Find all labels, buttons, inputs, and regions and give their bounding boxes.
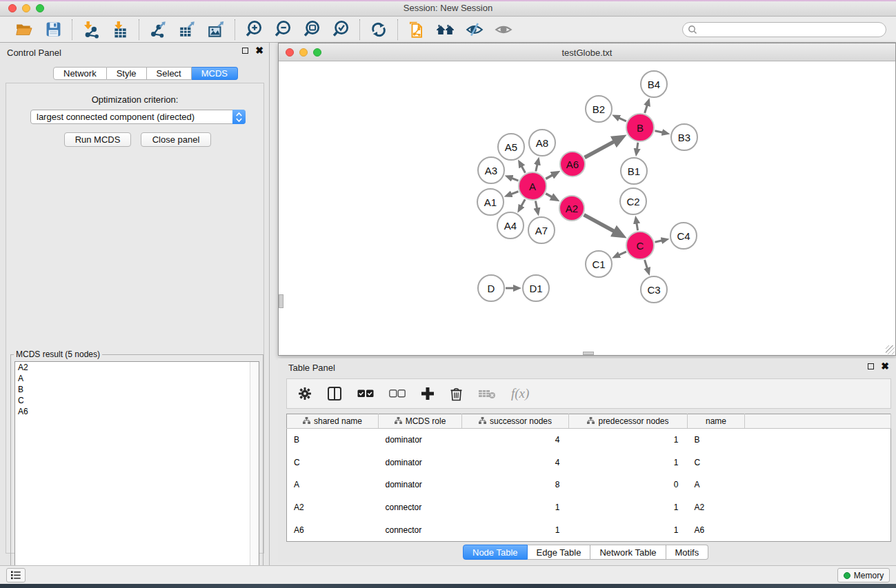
- show-hide-panels-icon[interactable]: [436, 20, 455, 39]
- show-all-eye-icon[interactable]: [494, 20, 513, 39]
- graph-node-B4[interactable]: B4: [640, 70, 668, 98]
- graph-node-C2[interactable]: C2: [619, 187, 647, 215]
- graph-node-A4[interactable]: A4: [497, 212, 524, 239]
- graph-node-C1[interactable]: C1: [585, 250, 613, 278]
- mcds-result-title: MCDS result (5 nodes): [14, 349, 102, 359]
- float-table-panel-icon[interactable]: [868, 363, 874, 369]
- column-header[interactable]: MCDS role: [379, 414, 462, 429]
- mcds-result-item[interactable]: C: [15, 395, 259, 406]
- graph-node-B3[interactable]: B3: [670, 123, 698, 151]
- zoom-in-icon[interactable]: [244, 20, 263, 39]
- hide-selected-eye-slash-icon[interactable]: [465, 20, 484, 39]
- table-cell: 1: [569, 519, 688, 542]
- mcds-result-group: MCDS result (5 nodes) A2ABCA6: [10, 354, 263, 588]
- refresh-icon[interactable]: [369, 20, 388, 39]
- import-network-icon[interactable]: [81, 20, 101, 39]
- task-history-button[interactable]: [6, 568, 26, 582]
- new-network-from-file-icon[interactable]: [407, 20, 426, 39]
- table-row[interactable]: Cdominator41C: [287, 451, 891, 474]
- save-session-icon[interactable]: [43, 20, 63, 39]
- app-titlebar: Session: New Session: [0, 0, 896, 17]
- control-panel-title: Control Panel: [7, 48, 61, 58]
- close-table-panel-icon[interactable]: ✖: [881, 363, 889, 369]
- desktop-background: [0, 584, 896, 588]
- tab-network-table[interactable]: Network Table: [590, 545, 666, 560]
- zoom-selected-icon[interactable]: [331, 20, 350, 39]
- function-builder-icon[interactable]: f(x): [511, 386, 529, 401]
- table-panel: Table Panel ✖ f(x) shared nameMCDS roles…: [278, 358, 896, 562]
- export-table-icon[interactable]: [177, 20, 197, 39]
- table-row[interactable]: A6connector11A6: [287, 519, 891, 542]
- graph-node-B1[interactable]: B1: [620, 157, 648, 185]
- network-canvas[interactable]: AA1A2A3A4A5A6A7A8BB1B2B3B4CC1C2C3C4DD1: [279, 61, 895, 355]
- graph-node-A6[interactable]: A6: [559, 151, 586, 177]
- export-image-icon[interactable]: [206, 20, 226, 39]
- tab-node-table[interactable]: Node Table: [463, 545, 528, 560]
- tab-mcds[interactable]: MCDS: [192, 67, 238, 80]
- float-panel-icon[interactable]: [242, 48, 248, 54]
- table-row[interactable]: Adominator80A: [287, 474, 891, 496]
- graph-node-A5[interactable]: A5: [497, 133, 525, 161]
- select-all-columns-icon[interactable]: [357, 389, 374, 398]
- graph-node-B[interactable]: B: [626, 113, 655, 142]
- zoom-fit-icon[interactable]: [302, 20, 321, 39]
- tab-select[interactable]: Select: [147, 67, 192, 80]
- delete-table-icon[interactable]: [478, 388, 496, 399]
- export-network-icon[interactable]: [148, 20, 168, 39]
- column-header[interactable]: name: [688, 414, 745, 429]
- graph-node-D[interactable]: D: [477, 274, 505, 302]
- run-mcds-button[interactable]: Run MCDS: [64, 132, 131, 147]
- table-cell: 1: [569, 429, 688, 452]
- unselect-all-columns-icon[interactable]: [389, 389, 406, 398]
- mcds-result-item[interactable]: A2: [15, 362, 259, 373]
- table-row[interactable]: Bdominator41B: [287, 429, 891, 452]
- close-panel-icon[interactable]: ✖: [255, 48, 263, 54]
- tab-network[interactable]: Network: [53, 67, 107, 80]
- criterion-dropdown-value: largest connected component (directed): [31, 112, 232, 122]
- graph-node-A3[interactable]: A3: [477, 156, 505, 184]
- memory-button[interactable]: Memory: [837, 568, 890, 582]
- mcds-result-item[interactable]: A6: [15, 406, 259, 417]
- search-input[interactable]: [682, 22, 886, 37]
- horizontal-scroll-thumb[interactable]: [583, 352, 594, 355]
- import-table-icon[interactable]: [110, 20, 130, 39]
- graph-node-C3[interactable]: C3: [640, 276, 668, 303]
- column-header[interactable]: successor nodes: [462, 414, 569, 429]
- graph-node-C4[interactable]: C4: [670, 222, 697, 250]
- graph-node-A1[interactable]: A1: [477, 188, 504, 216]
- tab-motifs[interactable]: Motifs: [666, 545, 709, 560]
- scrollbar-track[interactable]: [250, 362, 259, 587]
- graph-node-A2[interactable]: A2: [559, 195, 585, 221]
- table-row[interactable]: A2connector11A2: [287, 496, 891, 519]
- column-header[interactable]: shared name: [287, 414, 379, 429]
- graph-node-A7[interactable]: A7: [528, 216, 555, 244]
- zoom-out-icon[interactable]: [273, 20, 292, 39]
- tab-edge-table[interactable]: Edge Table: [528, 545, 591, 560]
- show-columns-icon[interactable]: [327, 386, 342, 401]
- tab-style[interactable]: Style: [107, 67, 147, 80]
- table-cell: 1: [462, 519, 569, 542]
- table-cell: 4: [462, 429, 569, 452]
- criterion-dropdown[interactable]: largest connected component (directed): [30, 110, 246, 124]
- search-icon: [688, 25, 697, 37]
- network-window-titlebar[interactable]: testGlobe.txt: [279, 43, 895, 61]
- close-panel-button[interactable]: Close panel: [141, 132, 211, 147]
- mcds-result-item[interactable]: A: [15, 373, 259, 384]
- create-column-plus-icon[interactable]: [421, 387, 435, 401]
- graph-node-C[interactable]: C: [626, 231, 655, 260]
- open-session-icon[interactable]: [14, 20, 34, 39]
- mcds-result-item[interactable]: B: [15, 384, 259, 395]
- vertical-scroll-thumb[interactable]: [279, 294, 283, 308]
- graph-node-B2[interactable]: B2: [585, 95, 613, 123]
- list-icon: [11, 571, 21, 580]
- column-header[interactable]: predecessor nodes: [569, 414, 688, 429]
- graph-node-D1[interactable]: D1: [522, 274, 550, 302]
- table-options-gear-icon[interactable]: [298, 387, 312, 401]
- mcds-result-list[interactable]: A2ABCA6: [14, 361, 259, 588]
- graph-node-A8[interactable]: A8: [528, 129, 556, 156]
- graph-node-A[interactable]: A: [518, 172, 547, 201]
- table-cell: A2: [287, 496, 379, 519]
- delete-columns-trash-icon[interactable]: [450, 387, 463, 401]
- control-panel-tabs: Network Style Select MCDS: [53, 67, 238, 80]
- resize-grip[interactable]: [886, 345, 895, 354]
